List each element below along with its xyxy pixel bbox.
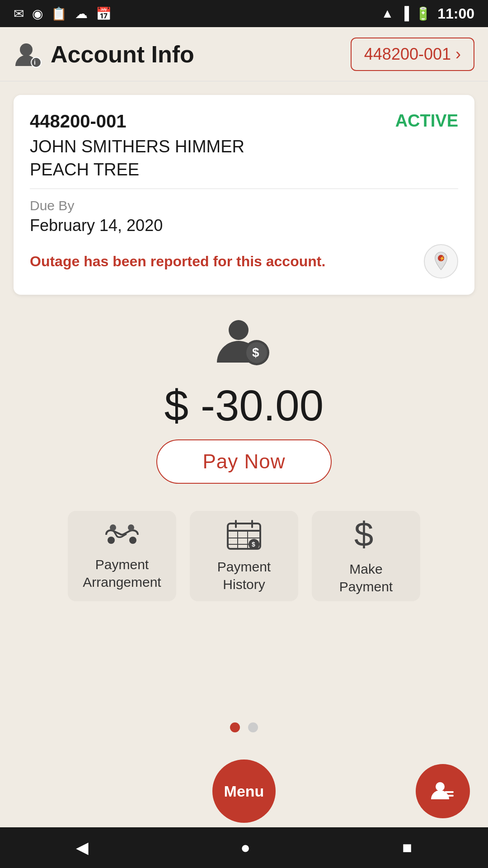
pagination-dot-2	[248, 722, 258, 732]
android-nav-bar: ◀ ● ■	[0, 827, 488, 868]
account-card: 448200-001 ACTIVE JOHN SMITHERS HIMMER P…	[14, 95, 474, 295]
spacer	[14, 619, 474, 700]
account-info-icon: i	[14, 40, 42, 69]
account-status-badge: ACTIVE	[395, 111, 458, 131]
contact-icon	[430, 778, 455, 804]
header-left: i Account Info	[14, 40, 194, 69]
header: i Account Info 448200-001 ›	[0, 27, 488, 81]
status-icons-right: ▲ ▐ 🔋 11:00	[381, 5, 474, 22]
contact-fab-button[interactable]	[416, 764, 470, 818]
outage-report-button[interactable]: ⚡	[424, 244, 458, 278]
svg-text:i: i	[34, 59, 36, 66]
dollar-sign-icon: $	[352, 517, 380, 553]
account-card-header: 448200-001 ACTIVE	[30, 111, 458, 132]
signal-icon: ▐	[400, 6, 409, 21]
account-selector-button[interactable]: 448200-001 ›	[351, 38, 474, 71]
svg-point-0	[20, 43, 33, 56]
bottom-bar: Menu	[0, 755, 488, 827]
payment-history-label: PaymentHistory	[217, 558, 271, 593]
svg-point-1	[31, 57, 41, 67]
svg-text:$: $	[252, 541, 255, 548]
payment-history-button[interactable]: $ PaymentHistory	[190, 511, 298, 601]
outage-message: Outage has been reported for this accoun…	[30, 253, 424, 270]
pagination-dot-1	[230, 722, 240, 732]
chevron-right-icon: ›	[455, 45, 461, 64]
payment-arrangement-label: PaymentArrangement	[83, 556, 161, 591]
payment-arrangement-button[interactable]: PaymentArrangement	[68, 511, 176, 601]
outage-pin-icon: ⚡	[431, 251, 451, 271]
account-number: 448200-001	[30, 111, 127, 132]
make-payment-label: MakePayment	[339, 560, 393, 595]
svg-point-5	[229, 320, 249, 340]
pagination	[14, 713, 474, 741]
status-icons-left: ✉ ◉ 📋 ☁ 📅	[14, 6, 112, 21]
circle-icon: ◉	[32, 6, 43, 21]
action-buttons: PaymentArrangement $ PaymentHistory	[14, 506, 474, 606]
make-payment-button[interactable]: $ MakePayment	[312, 511, 420, 601]
gmail-icon: ✉	[14, 6, 24, 21]
nav-back-button[interactable]: ◀	[58, 834, 107, 862]
pay-now-button[interactable]: Pay Now	[156, 439, 331, 484]
battery-icon: 🔋	[415, 6, 431, 21]
handshake-icon	[104, 521, 140, 548]
outage-row: Outage has been reported for this accoun…	[30, 244, 458, 278]
svg-point-9	[108, 537, 115, 544]
nav-home-button[interactable]: ●	[222, 834, 268, 862]
customer-name: JOHN SMITHERS HIMMER	[30, 137, 458, 156]
svg-text:⚡: ⚡	[439, 255, 445, 261]
svg-text:$: $	[252, 345, 259, 359]
account-location: PEACH TREE	[30, 160, 458, 189]
svg-point-24	[436, 782, 445, 791]
page-title: Account Info	[51, 41, 194, 68]
balance-avatar-icon: $	[212, 317, 276, 372]
menu-button[interactable]: Menu	[212, 760, 276, 823]
cloud-icon: ☁	[75, 6, 88, 21]
wifi-icon: ▲	[381, 6, 394, 21]
account-number-label: 448200-001	[364, 45, 451, 64]
calendar-icon: 📅	[96, 6, 112, 21]
nav-recent-button[interactable]: ■	[384, 834, 430, 862]
due-by-label: Due By	[30, 198, 458, 213]
svg-point-11	[110, 524, 116, 531]
svg-text:$: $	[354, 517, 373, 553]
calendar-dollar-icon: $	[226, 519, 262, 551]
balance-section: $ $ -30.00 Pay Now	[14, 308, 474, 493]
balance-amount: $ -30.00	[164, 381, 324, 430]
main-content: 448200-001 ACTIVE JOHN SMITHERS HIMMER P…	[0, 81, 488, 755]
status-bar: ✉ ◉ 📋 ☁ 📅 ▲ ▐ 🔋 11:00	[0, 0, 488, 27]
svg-point-12	[128, 524, 134, 531]
due-date: February 14, 2020	[30, 216, 458, 235]
status-time: 11:00	[437, 5, 474, 22]
svg-point-10	[129, 537, 136, 544]
sim-icon: 📋	[51, 6, 67, 21]
